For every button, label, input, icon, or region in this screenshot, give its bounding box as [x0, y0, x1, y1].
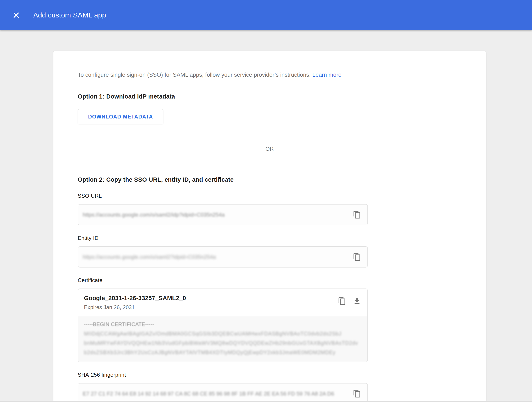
- download-certificate-button[interactable]: [352, 296, 362, 306]
- certificate-body-line: b2dsZSBXb3Jrc3BhY2UxCzAJBgNVBAYTAlVTMB4X…: [84, 349, 361, 355]
- entity-id-field: https://accounts.google.com/o/saml2?idpi…: [78, 246, 368, 268]
- appbar: Add custom SAML app: [0, 0, 532, 30]
- dialog-card: To configure single sign-on (SSO) for SA…: [53, 51, 486, 402]
- copy-entity-id-button[interactable]: [352, 251, 362, 262]
- sso-url-value: https://accounts.google.com/o/saml2/idp?…: [83, 212, 352, 218]
- entity-id-label: Entity ID: [78, 235, 462, 241]
- copy-icon: [353, 253, 361, 261]
- sso-url-label: SSO URL: [78, 193, 462, 199]
- certificate-body-line: MIIDdjCCAWgAwIBAgIGAZv/OmdBMA0GCSqGSIb3D…: [84, 331, 361, 337]
- learn-more-link[interactable]: Learn more: [312, 72, 342, 78]
- close-button[interactable]: [10, 9, 22, 21]
- copy-icon: [353, 211, 361, 219]
- option1-heading: Option 1: Download IdP metadata: [78, 93, 462, 100]
- download-icon: [353, 297, 361, 305]
- copy-icon: [353, 389, 361, 398]
- or-label: OR: [261, 146, 279, 152]
- bottom-edge-strip: [0, 401, 532, 402]
- certificate-box: Google_2031-1-26-33257_SAML2_0 Expires J…: [78, 288, 368, 362]
- intro-text: To configure single sign-on (SSO) for SA…: [78, 72, 462, 78]
- page-title: Add custom SAML app: [33, 11, 106, 19]
- or-divider: OR: [78, 146, 462, 152]
- certificate-label: Certificate: [78, 277, 462, 284]
- copy-sso-url-button[interactable]: [352, 209, 362, 220]
- entity-id-value: https://accounts.google.com/o/saml2?idpi…: [83, 254, 352, 260]
- certificate-name: Google_2031-1-26-33257_SAML2_0: [84, 295, 337, 302]
- certificate-header: Google_2031-1-26-33257_SAML2_0 Expires J…: [78, 289, 367, 316]
- sha256-label: SHA-256 fingerprint: [78, 372, 462, 378]
- copy-icon: [338, 297, 346, 305]
- sha256-field: E7 27 C1 F2 74 64 E8 14 92 14 68 97 CA 8…: [78, 383, 368, 402]
- certificate-body: -----BEGIN CERTIFICATE----- MIIDdjCCAWgA…: [78, 316, 367, 362]
- download-metadata-button[interactable]: DOWNLOAD METADATA: [78, 109, 163, 124]
- copy-certificate-button[interactable]: [337, 296, 348, 306]
- divider-line-right: [279, 149, 462, 149]
- divider-line-left: [78, 149, 261, 149]
- close-icon: [12, 11, 20, 19]
- sha256-value: E7 27 C1 F2 74 64 E8 14 92 14 68 97 CA 8…: [83, 390, 352, 397]
- certificate-body-line: bnMuMRYwFAYDVQQHEw1Nb3VudGFpbiBWaWV3MQ8w…: [84, 340, 361, 346]
- certificate-meta: Google_2031-1-26-33257_SAML2_0 Expires J…: [84, 295, 337, 311]
- sso-url-field: https://accounts.google.com/o/saml2/idp?…: [78, 204, 368, 225]
- intro-sentence: To configure single sign-on (SSO) for SA…: [78, 72, 311, 78]
- certificate-expiry: Expires Jan 26, 2031: [84, 304, 337, 311]
- certificate-actions: [337, 295, 362, 306]
- certificate-begin-line: -----BEGIN CERTIFICATE-----: [84, 321, 361, 327]
- copy-sha256-button[interactable]: [352, 388, 362, 399]
- option2-heading: Option 2: Copy the SSO URL, entity ID, a…: [78, 176, 462, 183]
